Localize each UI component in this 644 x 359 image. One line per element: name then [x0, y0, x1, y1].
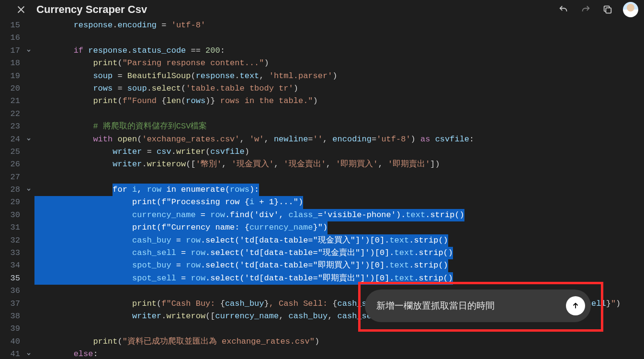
code-line[interactable]: for i, row in enumerate(rows): — [34, 184, 644, 196]
line-number-gutter: 1516171819202122232425262728293031323334… — [0, 19, 23, 359]
code-line[interactable]: print("資料已成功爬取並匯出為 exchange_rates.csv") — [34, 336, 644, 348]
code-line[interactable]: soup = BeautifulSoup(response.text, 'htm… — [34, 70, 644, 82]
code-line[interactable]: response.encoding = 'utf-8' — [34, 19, 644, 32]
code-line[interactable]: if response.status_code == 200: — [34, 45, 644, 57]
code-line[interactable]: writer.writerow(['幣別', '現金買入', '現金賣出', '… — [34, 158, 644, 171]
code-line[interactable]: print("Parsing response content...") — [34, 57, 644, 69]
chat-input-box[interactable]: 新增一欄放置抓取當日的時間 — [365, 290, 591, 322]
code-line[interactable] — [34, 171, 644, 184]
code-line[interactable]: spot_buy = row.select('td[data-table="即期… — [34, 259, 644, 272]
code-line[interactable]: spot_sell = row.select('td[data-table="即… — [34, 272, 644, 285]
code-line[interactable]: writer = csv.writer(csvfile) — [34, 146, 644, 158]
code-line[interactable] — [34, 323, 644, 335]
code-line[interactable]: rows = soup.select('table.table tbody tr… — [34, 82, 644, 95]
code-line[interactable]: print(f"Found {len(rows)} rows in the ta… — [34, 95, 644, 107]
redo-icon[interactable] — [579, 3, 592, 16]
code-line[interactable]: with open('exchange_rates.csv', 'w', new… — [34, 133, 644, 146]
code-line[interactable]: cash_sell = row.select('td[data-table="現… — [34, 247, 644, 259]
undo-icon[interactable] — [557, 3, 570, 16]
code-line[interactable]: print(f"Currency name: {currency_name}") — [34, 221, 644, 234]
code-line[interactable]: else: — [34, 348, 644, 359]
code-line[interactable]: # 將爬取的資料儲存到CSV檔案 — [34, 120, 644, 133]
fold-gutter[interactable] — [23, 19, 34, 359]
chat-input-text[interactable]: 新增一欄放置抓取當日的時間 — [376, 300, 566, 312]
send-button[interactable] — [566, 296, 585, 315]
copy-icon[interactable] — [601, 3, 614, 16]
editor-header: Currency Scraper Csv — [0, 0, 644, 19]
code-line[interactable] — [34, 108, 644, 120]
file-title: Currency Scraper Csv — [36, 3, 548, 16]
code-line[interactable]: cash_buy = row.select('td[data-table="現金… — [34, 234, 644, 247]
code-line[interactable]: currency_name = row.find('div', class_='… — [34, 209, 644, 221]
close-icon[interactable] — [14, 3, 28, 16]
code-line[interactable]: print(f"Processing row {i + 1}...") — [34, 196, 644, 208]
code-line[interactable] — [34, 32, 644, 44]
svg-rect-0 — [606, 8, 611, 13]
avatar[interactable] — [623, 2, 638, 17]
